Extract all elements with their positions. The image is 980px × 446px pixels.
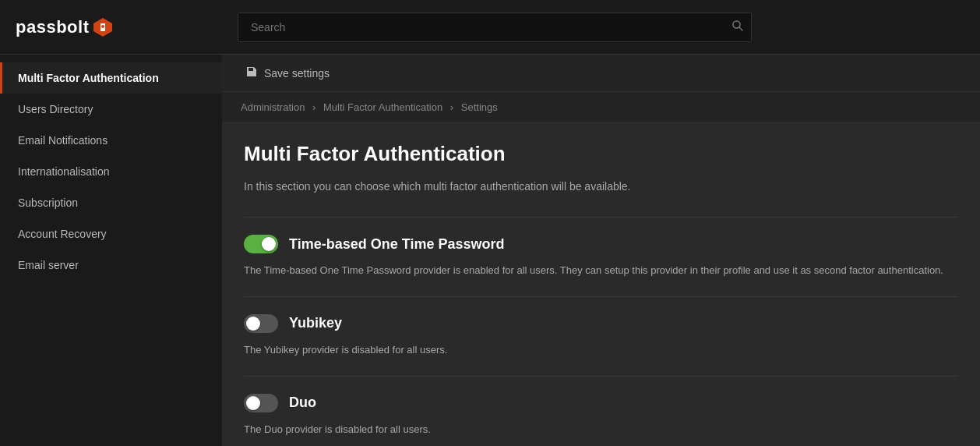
svg-line-5 [739, 27, 742, 30]
duo-toggle-thumb [246, 396, 260, 410]
search-area [238, 12, 752, 42]
duo-toggle[interactable] [244, 394, 278, 412]
provider-totp-header: Time-based One Time Password [244, 235, 958, 253]
duo-description: The Duo provider is disabled for all use… [244, 422, 958, 438]
search-icon [731, 19, 744, 35]
yubikey-description: The Yubikey provider is disabled for all… [244, 342, 958, 359]
duo-title: Duo [289, 395, 316, 411]
breadcrumb-admin: Administration [241, 101, 305, 113]
sidebar-item-subscription[interactable]: Subscription [0, 187, 222, 218]
sidebar-item-account-recovery[interactable]: Account Recovery [0, 218, 222, 250]
provider-yubikey: Yubikey The Yubikey provider is disabled… [244, 296, 958, 376]
save-settings-button[interactable]: Save settings [238, 61, 337, 85]
page-title: Multi Factor Authentication [244, 142, 958, 166]
svg-point-3 [101, 25, 104, 28]
sidebar-item-email-notifications-label: Email Notifications [18, 134, 108, 147]
provider-totp: Time-based One Time Password The Time-ba… [244, 217, 958, 296]
header: passbolt [0, 0, 980, 55]
yubikey-toggle[interactable] [244, 314, 278, 333]
yubikey-toggle-thumb [246, 317, 260, 331]
totp-toggle-track[interactable] [244, 235, 278, 253]
save-settings-label: Save settings [264, 67, 330, 80]
sidebar-item-subscription-label: Subscription [18, 196, 78, 209]
breadcrumb-sep-2: › [450, 101, 453, 113]
breadcrumb-mfa: Multi Factor Authentication [323, 101, 442, 113]
sidebar-item-mfa[interactable]: Multi Factor Authentication [0, 62, 222, 94]
search-input[interactable] [238, 12, 752, 42]
save-icon [245, 65, 258, 80]
content-body: Multi Factor Authentication In this sect… [222, 123, 980, 446]
totp-description: The Time-based One Time Password provide… [244, 263, 958, 279]
sidebar-item-users-directory-label: Users Directory [18, 103, 93, 115]
logo-text: passbolt [16, 17, 89, 37]
provider-duo: Duo The Duo provider is disabled for all… [244, 376, 958, 446]
duo-toggle-track[interactable] [244, 394, 278, 412]
sidebar-item-mfa-label: Multi Factor Authentication [18, 72, 159, 84]
provider-yubikey-header: Yubikey [244, 314, 958, 333]
content-area: Save settings Administration › Multi Fac… [222, 55, 980, 446]
yubikey-toggle-track[interactable] [244, 314, 278, 333]
toolbar: Save settings [222, 55, 980, 92]
main-layout: Multi Factor Authentication Users Direct… [0, 55, 980, 446]
sidebar-item-internationalisation[interactable]: Internationalisation [0, 156, 222, 187]
sidebar-item-internationalisation-label: Internationalisation [18, 165, 110, 178]
sidebar-item-account-recovery-label: Account Recovery [18, 228, 107, 240]
sidebar-item-users-directory[interactable]: Users Directory [0, 94, 222, 125]
page-description: In this section you can choose which mul… [244, 179, 958, 195]
sidebar-item-email-server[interactable]: Email server [0, 250, 222, 281]
logo-icon [92, 16, 114, 38]
yubikey-title: Yubikey [289, 315, 342, 331]
logo-area: passbolt [16, 16, 238, 38]
sidebar-item-email-server-label: Email server [18, 259, 79, 271]
provider-duo-header: Duo [244, 394, 958, 412]
breadcrumb: Administration › Multi Factor Authentica… [222, 92, 980, 123]
sidebar: Multi Factor Authentication Users Direct… [0, 55, 222, 446]
breadcrumb-sep-1: › [312, 101, 316, 113]
sidebar-item-email-notifications[interactable]: Email Notifications [0, 125, 222, 156]
breadcrumb-settings: Settings [461, 101, 498, 113]
totp-title: Time-based One Time Password [289, 236, 504, 253]
totp-toggle-thumb [262, 237, 276, 251]
totp-toggle[interactable] [244, 235, 278, 253]
